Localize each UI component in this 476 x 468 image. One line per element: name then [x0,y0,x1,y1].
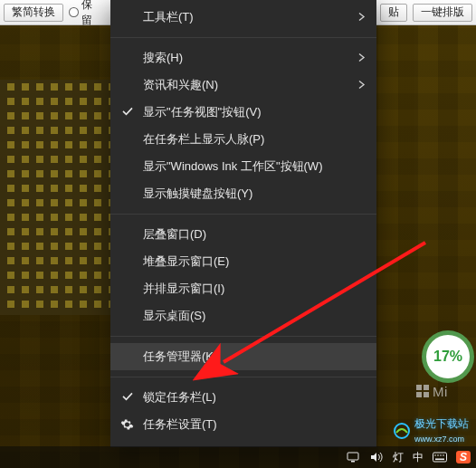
menu-show-desktop[interactable]: 显示桌面(S) [110,302,376,330]
menu-taskbar-settings-label: 任务栏设置(T) [143,416,217,433]
svg-rect-2 [347,453,358,460]
menu-search[interactable]: 搜索(H) [110,44,376,72]
menu-show-people[interactable]: 在任务栏上显示人脉(P) [110,126,376,153]
menu-stack-windows[interactable]: 堆叠显示窗口(E) [110,248,376,275]
wallpaper-maze-pattern [0,80,110,315]
menu-separator [110,336,376,337]
menu-side-by-side-label: 并排显示窗口(I) [143,281,224,297]
menu-news-interests[interactable]: 资讯和兴趣(N) [110,72,376,99]
svg-rect-3 [351,461,355,463]
tray-ime-indicator[interactable]: 灯 [393,450,404,465]
menu-show-touch-keyboard[interactable]: 显示触摸键盘按钮(Y) [110,180,376,207]
microsoft-text-fragment: Mi [433,384,448,399]
menu-show-desktop-label: 显示桌面(S) [143,308,205,324]
submenu-arrow-icon [358,79,366,92]
submenu-arrow-icon [358,11,366,24]
svg-point-6 [434,454,436,456]
microsoft-logo: Mi [416,380,471,402]
check-icon [121,390,134,403]
tray-volume-icon[interactable] [369,450,384,464]
windows-logo-icon [416,385,429,397]
menu-cascade-label: 层叠窗口(D) [143,226,206,243]
menu-separator [110,37,376,38]
keep-radio[interactable]: 保留 [69,0,102,28]
paste-button-fragment[interactable]: 贴 [380,4,407,22]
menu-search-label: 搜索(H) [143,50,183,66]
site-watermark: 极光下载站 www.xz7.com [393,416,469,444]
menu-separator [110,377,376,377]
menu-show-touch-keyboard-label: 显示触摸键盘按钮(Y) [143,186,252,202]
menu-side-by-side[interactable]: 并排显示窗口(I) [110,275,376,302]
tray-ime-lang[interactable]: 中 [413,450,424,465]
convert-button[interactable]: 繁简转换 [4,4,63,22]
watermark-domain: www.xz7.com [414,435,464,444]
menu-task-manager[interactable]: 任务管理器(K) [110,343,376,370]
menu-show-ink-label: 显示"Windows Ink 工作区"按钮(W) [143,158,322,175]
autolayout-button[interactable]: 一键排版 [413,4,472,22]
menu-news-label: 资讯和兴趣(N) [143,77,218,93]
menu-show-ink[interactable]: 显示"Windows Ink 工作区"按钮(W) [110,153,376,180]
menu-cascade-windows[interactable]: 层叠窗口(D) [110,221,376,248]
taskbar-context-menu: 工具栏(T) 搜索(H) 资讯和兴趣(N) [110,0,376,447]
svg-point-9 [443,454,444,456]
status-percent-badge[interactable]: 17% [426,335,470,378]
submenu-arrow-icon [358,52,366,65]
menu-show-task-view-label: 显示"任务视图"按钮(V) [143,104,262,120]
check-icon [121,105,134,118]
tray-monitor-icon[interactable] [346,450,360,464]
watermark-text: 极光下载站 [414,417,469,430]
menu-separator [110,214,376,215]
radio-dot-icon [69,7,79,17]
status-percent-label: 17% [433,349,462,365]
tray-sogou-icon[interactable]: S [456,451,471,463]
keep-radio-label: 保留 [81,0,102,28]
menu-stack-label: 堆叠显示窗口(E) [143,253,229,270]
menu-lock-taskbar-label: 锁定任务栏(L) [143,389,216,406]
svg-rect-4 [433,453,446,462]
gear-icon [120,418,134,432]
svg-point-8 [440,454,442,456]
menu-show-people-label: 在任务栏上显示人脉(P) [143,131,264,148]
menu-taskbar-settings[interactable]: 任务栏设置(T) [110,411,376,438]
svg-point-7 [437,454,439,456]
menu-toolbars-label: 工具栏(T) [143,9,194,25]
site-logo-icon [393,422,411,440]
menu-toolbars[interactable]: 工具栏(T) [110,4,376,31]
taskbar[interactable]: 灯 中 S [0,446,476,468]
menu-task-manager-label: 任务管理器(K) [143,349,217,365]
menu-lock-taskbar[interactable]: 锁定任务栏(L) [110,384,376,411]
tray-keyboard-icon[interactable] [433,450,447,464]
svg-rect-5 [435,459,444,461]
menu-show-task-view[interactable]: 显示"任务视图"按钮(V) [110,99,376,126]
